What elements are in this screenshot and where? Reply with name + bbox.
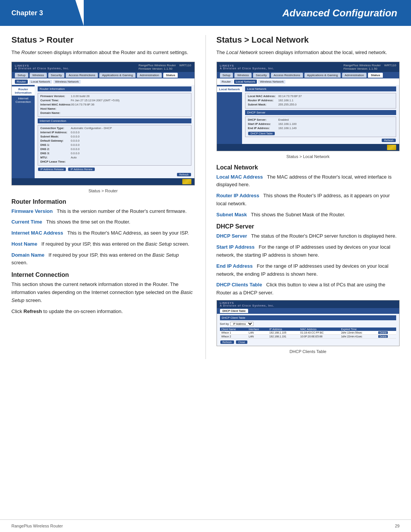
local-subnav-wireless[interactable]: Wireless Network [258,80,285,84]
local-refresh-btn[interactable]: Refresh [382,139,396,142]
linksys-ui-mock: LINKSYS A Division of Cisco Systems, Inc… [12,62,194,185]
page-footer: RangePlus Wireless Router 29 [0,519,411,532]
local-sidebar: Local Network [217,85,242,144]
dhcp-nav-tab[interactable]: DHCP Client Table [220,309,249,313]
ip-renew-btn[interactable]: IP Address Renew [68,168,94,171]
dhcp-server-heading: DHCP Server [217,223,400,230]
firmware-version: Firmware Version: 1.1.50 [139,67,191,70]
dhcp-sortby: Sort by IP Address [220,322,397,326]
refresh-btn-area: Refresh [38,173,191,177]
domain-name-para: Domain Name If required by your ISP, thi… [11,251,195,267]
sidebar-internet[interactable]: InternetConnection [12,96,35,105]
router-action-btns: IP Address Release IP Address Renew [38,167,191,171]
col-mac: MAC Address [299,328,339,331]
domain-name-term: Domain Name [11,252,45,258]
local-tab-admin[interactable]: Administration [342,73,367,78]
internet-para1: This section shows the current network i… [11,281,195,304]
col-expire: Expired Time [339,328,377,331]
local-tab-wireless[interactable]: Wireless [234,73,252,78]
current-time-term: Current Time [11,219,42,225]
subnav-wireless[interactable]: Wireless Network [53,80,81,84]
lksys-body: RouterInformation InternetConnection Rou… [12,85,194,178]
router-ip-para: Router IP Address This shows the Router'… [217,192,400,208]
local-tab-access[interactable]: Access Restrictions [271,73,303,78]
sidebar-router-info[interactable]: RouterInformation [12,86,35,96]
dhcp-action-btns: Refresh Close [220,340,397,344]
local-subnav-router[interactable]: Router [220,80,233,84]
dhcp-close-btn[interactable]: Close [236,340,247,344]
dhcp-clients-table-term: DHCP Clients Table [217,282,262,288]
local-linksys-logo: LINKSYS A Division of Cisco Systems, Inc… [220,64,274,70]
linksys-local-mock: LINKSYS A Division of Cisco Systems, Inc… [217,62,400,151]
local-info-block: Local MAC Address: 00:14:73:79:BF:37 Rou… [245,93,396,109]
local-product-info: RangePlus Wireless Router WRT110 Firmwar… [343,64,396,70]
start-ip-term: Start IP Address [217,244,255,250]
col-interface: Interface [247,328,268,331]
refresh-btn[interactable]: Refresh [177,173,191,176]
local-subnav-local[interactable]: Local Network [234,80,257,84]
dhcp-row-1: Wface 1 LAN 192.168.1.105 01:18:43:CC:FF… [220,331,397,335]
page-title: Advanced Configuration [282,7,397,19]
subnav-local[interactable]: Local Network [29,80,52,84]
dhcp-server-para: DHCP Server The status of the Router's D… [217,232,400,240]
lksys-nav-tabs: Setup Wireless Security Access Restricti… [12,72,194,78]
lksys-sidebar: RouterInformation InternetConnection [12,85,35,178]
local-refresh-area: Refresh [245,138,396,142]
section-router-info: Router Information [38,86,191,91]
local-tab-setup[interactable]: Setup [220,73,233,78]
router-screenshot: LINKSYS A Division of Cisco Systems, Inc… [11,62,195,185]
dhcp-client-table-btn[interactable]: DHCP Client Table [248,132,275,135]
local-mac-para: Local MAC Address The MAC address of the… [217,173,400,189]
nav-tab-setup[interactable]: Setup [15,73,28,78]
section-internet: Internet Connection [38,118,191,123]
nav-tab-admin[interactable]: Administration [137,73,162,78]
col-client-name: Client Name [220,328,247,331]
lksys-logo-area: LINKSYS A Division of Cisco Systems, Inc… [15,64,69,70]
local-sidebar-item[interactable]: Local Network [217,86,242,92]
internet-mac-term: Internet MAC Address [11,230,63,236]
lksys-main-content: Router Information Firmware Version: 1.0… [35,85,194,178]
dhcp-row-2: Wface 2 LAN 192.168.1.191 10:0F:20:6E:E5… [220,335,397,339]
nav-tab-status[interactable]: Status [163,73,178,78]
lksys-product-info: RangePlus Wireless Router WRT110 Firmwar… [139,64,191,70]
linksys-logo: LINKSYS A Division of Cisco Systems, Inc… [15,64,69,70]
ip-release-btn[interactable]: IP Address Release [38,168,66,171]
local-lksys-header: LINKSYS A Division of Cisco Systems, Inc… [217,62,400,72]
left-intro: The Router screen displays information a… [11,49,195,56]
right-section-title: Status > Local Network [217,35,400,45]
local-tab-security[interactable]: Security [253,73,269,78]
dhcp-header: LINKSYS A Division of Cisco Systems, Inc… [217,300,400,308]
firmware-label: RangePlus Wireless Router WRT110 [139,64,191,67]
local-logo-area: LINKSYS A Division of Cisco Systems, Inc… [220,64,274,70]
nav-tab-access[interactable]: Access Restrictions [66,73,98,78]
local-main: Local Network Local MAC Address: 00:14:7… [242,85,399,144]
dhcp-sort-select[interactable]: IP Address [230,322,253,326]
footer-product: RangePlus Wireless Router [11,524,63,528]
local-body: Local Network Local Network Local MAC Ad… [217,85,400,144]
title-box: Advanced Configuration [84,0,411,26]
router-caption: Status > Router [11,189,195,193]
internet-block: Connection Type: Automatic Configuration… [38,125,191,166]
right-column: Status > Local Network The Local Network… [206,35,400,359]
local-nav-tabs: Setup Wireless Security Access Restricti… [217,72,400,78]
left-column: Status > Router The Router screen displa… [11,35,206,359]
local-sub-nav: Router Local Network Wireless Network [217,78,400,85]
dhcp-refresh-btn[interactable]: Refresh [220,340,234,344]
local-tab-apps[interactable]: Applications & Gaming [304,73,341,78]
delete-btn-2[interactable]: Delete [378,335,388,338]
mac-row: Internet MAC Address: 00:14:73:79:8F:36 [40,103,189,106]
internet-para2: Click Refresh to update the on-screen in… [11,308,195,316]
subnav-router[interactable]: Router [15,80,28,84]
local-tab-status[interactable]: Status [368,73,382,78]
dhcp-data-table: Client Name Interface IP Address MAC Add… [220,328,397,339]
nav-tab-apps[interactable]: Applications & Gaming [99,73,135,78]
dhcp-table-caption: DHCP Clients Table [217,349,400,354]
delete-btn-1[interactable]: Delete [378,331,388,334]
host-name-para: Host Name If required by your ISP, this … [11,240,195,248]
main-content: Status > Router The Router screen displa… [0,26,411,367]
nav-tab-security[interactable]: Security [48,73,65,78]
dhcp-clients-screenshot: LINKSYS A Division of Cisco Systems, Inc… [217,300,400,346]
right-intro: The Local Network screen displays inform… [217,49,400,56]
nav-tab-wireless[interactable]: Wireless [30,73,47,78]
left-section-title: Status > Router [11,35,195,45]
